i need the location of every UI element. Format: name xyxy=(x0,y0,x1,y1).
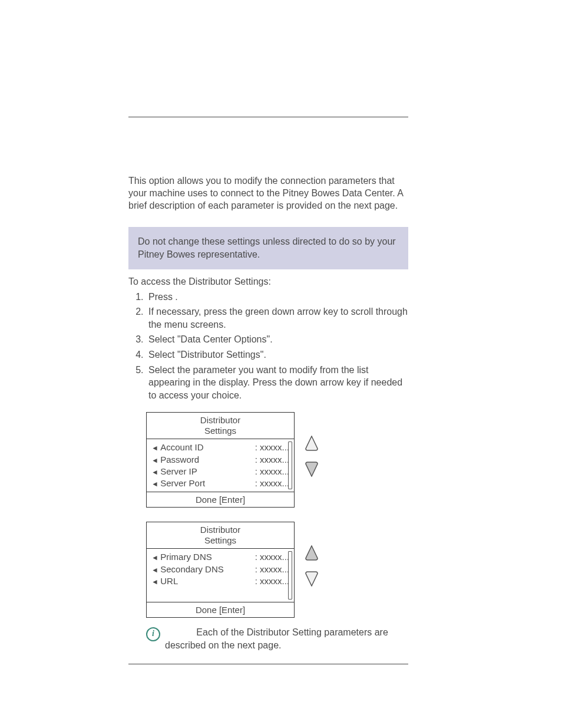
step-item: Select "Distributor Settings". xyxy=(146,348,408,361)
screen-row: Secondary DNS: xxxxx... xyxy=(151,564,289,575)
screen-row: URL: xxxxx... xyxy=(151,575,289,587)
info-icon: i xyxy=(146,627,160,641)
access-heading: To access the Distributor Settings: xyxy=(128,276,408,287)
screen-title-line1: Distributor xyxy=(200,525,240,535)
row-value: : xxxxx... xyxy=(255,442,289,453)
screen-row: Server IP: xxxxx... xyxy=(151,466,289,477)
screen-footer: Done [Enter] xyxy=(147,602,294,617)
row-label: Secondary DNS xyxy=(151,564,224,575)
row-label: URL xyxy=(151,575,178,587)
arrow-up-icon xyxy=(305,436,318,451)
info-note: i NOTE: Each of the Distributor Setting … xyxy=(146,626,408,651)
steps-list: Press . If necessary, press the green do… xyxy=(128,291,408,402)
arrow-down-icon xyxy=(305,462,318,477)
step-item: If necessary, press the green down arrow… xyxy=(146,305,408,331)
document-page: This option allows you to modify the con… xyxy=(0,0,562,728)
row-value: : xxxxx... xyxy=(255,466,289,477)
screen-rows: Account ID: xxxxx... Password: xxxxx... … xyxy=(147,439,294,492)
screen-row: Account ID: xxxxx... xyxy=(151,442,289,453)
screen-row: Password: xxxxx... xyxy=(151,454,289,466)
bottom-rule xyxy=(128,664,408,664)
screen-rows: Primary DNS: xxxxx... Secondary DNS: xxx… xyxy=(147,549,294,602)
content-area: This option allows you to modify the con… xyxy=(128,117,408,664)
screen-row: Primary DNS: xxxxx... xyxy=(151,551,289,563)
screen-title: Distributor Settings xyxy=(147,413,294,439)
row-label: Account ID xyxy=(151,442,204,453)
distributor-screen-1: Distributor Settings Account ID: xxxxx..… xyxy=(146,412,295,508)
row-value: : xxxxx... xyxy=(255,477,289,489)
intro-paragraph: This option allows you to modify the con… xyxy=(128,175,408,212)
row-label: Server IP xyxy=(151,466,197,477)
info-note-text: NOTE: Each of the Distributor Setting pa… xyxy=(165,626,408,651)
row-label: Primary DNS xyxy=(151,551,212,563)
row-label: Server Port xyxy=(151,477,205,489)
screen-footer: Done [Enter] xyxy=(147,492,294,507)
step-item: Select the parameter you want to modify … xyxy=(146,364,408,402)
row-label: Password xyxy=(151,454,199,466)
screen-title-line2: Settings xyxy=(204,535,236,545)
warning-note: Do not change these settings unless dire… xyxy=(128,227,408,269)
row-value: : xxxxx... xyxy=(255,575,289,587)
arrow-buttons xyxy=(305,545,318,587)
row-value: : xxxxx... xyxy=(255,454,289,466)
screen-title-line1: Distributor xyxy=(200,415,240,425)
row-value: : xxxxx... xyxy=(255,551,289,563)
scrollbar xyxy=(288,442,292,489)
screen-wrap-1: Distributor Settings Account ID: xxxxx..… xyxy=(128,412,408,508)
arrow-down-icon xyxy=(305,571,318,587)
step-item: Press . xyxy=(146,291,408,304)
step-item: Select "Data Center Options". xyxy=(146,333,408,346)
top-rule xyxy=(128,117,408,117)
arrow-buttons xyxy=(305,436,318,477)
note-body: Each of the Distributor Setting paramete… xyxy=(165,627,388,650)
screen-wrap-2: Distributor Settings Primary DNS: xxxxx.… xyxy=(128,522,408,618)
screen-title-line2: Settings xyxy=(204,426,236,436)
arrow-up-icon xyxy=(305,545,318,561)
screen-title: Distributor Settings xyxy=(147,522,294,549)
distributor-screen-2: Distributor Settings Primary DNS: xxxxx.… xyxy=(146,522,295,618)
scrollbar xyxy=(288,551,292,599)
row-value: : xxxxx... xyxy=(255,564,289,575)
screen-row: Server Port: xxxxx... xyxy=(151,477,289,489)
